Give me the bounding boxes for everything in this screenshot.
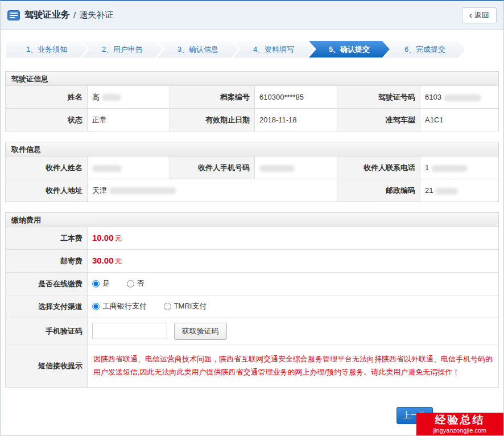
fees-section-title: 缴纳费用 bbox=[5, 212, 499, 227]
radio-online-no-input[interactable] bbox=[127, 280, 134, 287]
file-number-value: 610300****85 bbox=[255, 86, 337, 109]
zip-code-label: 邮政编码 bbox=[337, 179, 420, 202]
payment-channel-label: 选择支付渠道 bbox=[6, 295, 88, 318]
license-number-value: 6103 bbox=[420, 86, 499, 109]
sms-code-field: 获取验证码 bbox=[88, 318, 499, 344]
step-2-user-declaration: 2、用户申告 bbox=[82, 41, 163, 57]
name-value: 高 bbox=[88, 86, 170, 109]
watermark: 经验总结 jingyanzongjie.com bbox=[416, 413, 503, 435]
table-row: 选择支付渠道 工商银行支付 TMRI支付 bbox=[6, 295, 499, 318]
step-4-fill-materials: 4、资料填写 bbox=[233, 41, 314, 57]
table-row: 状态 正常 有效期止日期 2018-11-18 准驾车型 A1C1 bbox=[6, 109, 499, 131]
step-label: 5、确认提交 bbox=[329, 44, 370, 55]
license-info-table: 姓名 高 档案编号 610300****85 驾驶证号码 6103 状态 正常 … bbox=[5, 85, 499, 131]
license-section-title: 驾驶证信息 bbox=[5, 71, 499, 86]
radio-online-yes-input[interactable] bbox=[92, 280, 100, 287]
recipient-phone-value: 1 bbox=[420, 157, 499, 179]
zip-code-value: 21 bbox=[420, 179, 499, 202]
radio-channel-icbc[interactable]: 工商银行支付 bbox=[92, 301, 147, 311]
page: 驾驶证业务 / 遗失补证 ‹ 返回 1、业务须知 2、用户申告 3、确认信息 4… bbox=[0, 0, 504, 436]
sms-code-label: 手机验证码 bbox=[6, 318, 88, 344]
vehicle-class-label: 准驾车型 bbox=[337, 109, 420, 131]
radio-channel-tmri-input[interactable] bbox=[164, 303, 171, 310]
pickup-info-section: 取件信息 收件人姓名 收件人手机号码 收件人联系电话 1 收件人地址 天津 邮政… bbox=[5, 142, 499, 202]
radio-channel-icbc-input[interactable] bbox=[92, 303, 100, 310]
zip-code-text: 21 bbox=[425, 186, 433, 195]
license-doc-icon bbox=[7, 10, 20, 20]
step-label: 6、完成提交 bbox=[404, 44, 445, 55]
status-label: 状态 bbox=[6, 109, 88, 131]
redacted-area bbox=[109, 187, 176, 194]
page-title: 驾驶证业务 bbox=[24, 9, 70, 21]
step-5-confirm-submit-active: 5、确认提交 bbox=[309, 41, 390, 57]
online-payment-options: 是 否 bbox=[88, 273, 499, 295]
license-info-section: 驾驶证信息 姓名 高 档案编号 610300****85 驾驶证号码 6103 … bbox=[5, 71, 499, 131]
step-label: 2、用户申告 bbox=[102, 44, 143, 55]
name-label: 姓名 bbox=[6, 86, 88, 109]
step-label: 3、确认信息 bbox=[177, 44, 218, 55]
redacted-area bbox=[102, 94, 121, 101]
online-payment-label: 是否在线缴费 bbox=[6, 273, 88, 295]
sms-notice-cell: 因陕西省联通、电信运营商技术问题，陕西省互联网交通安全综合服务管理平台无法向持陕… bbox=[88, 344, 499, 388]
watermark-title: 经验总结 bbox=[416, 413, 503, 427]
radio-online-yes[interactable]: 是 bbox=[92, 278, 110, 289]
redacted-area bbox=[435, 188, 458, 195]
radio-online-no[interactable]: 否 bbox=[127, 278, 144, 289]
postage-fee-amount: 30.00 bbox=[92, 256, 114, 265]
postage-fee-label: 邮寄费 bbox=[6, 250, 88, 273]
recipient-mobile-label: 收件人手机号码 bbox=[170, 157, 255, 179]
step-3-confirm-info: 3、确认信息 bbox=[158, 41, 238, 57]
step-progress-bar: 1、业务须知 2、用户申告 3、确认信息 4、资料填写 5、确认提交 6、完成提… bbox=[6, 41, 498, 57]
recipient-address-value: 天津 bbox=[88, 179, 337, 202]
production-fee-label: 工本费 bbox=[6, 227, 88, 250]
step-1-business-notice: 1、业务须知 bbox=[6, 41, 87, 57]
file-number-label: 档案编号 bbox=[170, 86, 255, 109]
sms-notice-label: 短信接收提示 bbox=[6, 344, 88, 388]
recipient-name-value bbox=[88, 157, 170, 179]
table-row: 邮寄费 30.00元 bbox=[6, 250, 499, 273]
recipient-phone-label: 收件人联系电话 bbox=[337, 157, 420, 179]
step-label: 1、业务须知 bbox=[26, 44, 67, 55]
breadcrumb-current: 遗失补证 bbox=[79, 10, 113, 20]
production-fee-unit: 元 bbox=[115, 234, 122, 242]
fees-table: 工本费 10.00元 邮寄费 30.00元 是否在线缴费 是 否 选择支付渠道 … bbox=[5, 227, 499, 388]
recipient-mobile-value bbox=[255, 157, 337, 179]
production-fee-amount: 10.00 bbox=[92, 233, 114, 242]
table-row: 手机验证码 获取验证码 bbox=[6, 318, 499, 344]
get-code-button[interactable]: 获取验证码 bbox=[174, 323, 227, 340]
back-arrow-icon: ‹ bbox=[469, 11, 472, 20]
production-fee-value: 10.00元 bbox=[88, 227, 499, 250]
license-number-text: 6103 bbox=[425, 93, 441, 101]
step-label: 4、资料填写 bbox=[253, 44, 294, 55]
postage-fee-unit: 元 bbox=[115, 257, 122, 265]
radio-channel-tmri[interactable]: TMRI支付 bbox=[164, 301, 207, 311]
pickup-info-table: 收件人姓名 收件人手机号码 收件人联系电话 1 收件人地址 天津 邮政编码 21 bbox=[5, 156, 499, 202]
redacted-area bbox=[92, 165, 122, 172]
table-row: 姓名 高 档案编号 610300****85 驾驶证号码 6103 bbox=[6, 86, 499, 109]
step-6-complete-submit: 6、完成提交 bbox=[385, 41, 465, 57]
fees-section: 缴纳费用 工本费 10.00元 邮寄费 30.00元 是否在线缴费 是 否 选择… bbox=[5, 212, 499, 388]
status-value: 正常 bbox=[88, 109, 170, 131]
radio-online-no-label: 否 bbox=[137, 278, 144, 289]
table-row: 是否在线缴费 是 否 bbox=[6, 273, 499, 295]
table-row: 短信接收提示 因陕西省联通、电信运营商技术问题，陕西省互联网交通安全综合服务管理… bbox=[6, 344, 499, 388]
postage-fee-value: 30.00元 bbox=[88, 250, 499, 273]
table-row: 工本费 10.00元 bbox=[6, 227, 499, 250]
sms-notice-text: 因陕西省联通、电信运营商技术问题，陕西省互联网交通安全综合服务管理平台无法向持陕… bbox=[93, 353, 493, 379]
license-number-label: 驾驶证号码 bbox=[337, 86, 420, 109]
vehicle-class-value: A1C1 bbox=[420, 109, 499, 131]
watermark-url: jingyanzongjie.com bbox=[416, 427, 503, 434]
radio-online-yes-label: 是 bbox=[102, 278, 110, 289]
sms-code-input[interactable] bbox=[92, 323, 167, 339]
back-button-label: 返回 bbox=[474, 10, 489, 20]
recipient-address-text: 天津 bbox=[92, 186, 107, 195]
recipient-name-label: 收件人姓名 bbox=[6, 157, 88, 179]
payment-channel-options: 工商银行支付 TMRI支付 bbox=[88, 295, 499, 318]
recipient-address-label: 收件人地址 bbox=[6, 179, 88, 202]
back-button[interactable]: ‹ 返回 bbox=[462, 7, 497, 23]
name-value-text: 高 bbox=[92, 93, 100, 101]
radio-channel-tmri-label: TMRI支付 bbox=[174, 301, 207, 311]
expiry-date-label: 有效期止日期 bbox=[170, 109, 255, 131]
table-row: 收件人姓名 收件人手机号码 收件人联系电话 1 bbox=[6, 157, 499, 179]
redacted-area bbox=[431, 165, 468, 172]
